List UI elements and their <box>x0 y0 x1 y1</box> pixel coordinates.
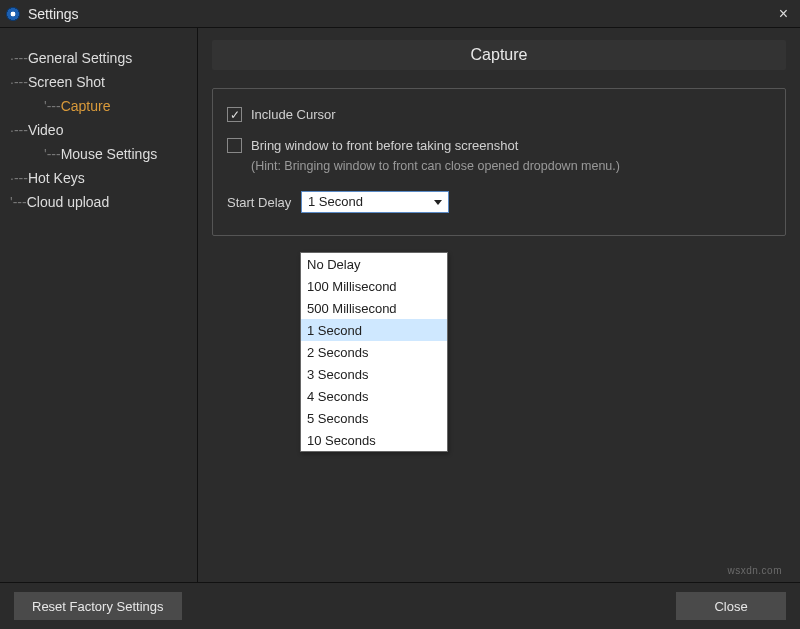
start-delay-option[interactable]: 10 Seconds <box>301 429 447 451</box>
reset-factory-settings-button[interactable]: Reset Factory Settings <box>14 592 182 620</box>
sidebar-item-screen-shot[interactable]: Screen Shot <box>28 74 105 90</box>
start-delay-option[interactable]: 3 Seconds <box>301 363 447 385</box>
start-delay-option[interactable]: 100 Millisecond <box>301 275 447 297</box>
content-panel: Capture Include Cursor Bring window to f… <box>198 28 800 582</box>
start-delay-option[interactable]: 5 Seconds <box>301 407 447 429</box>
sidebar-item-general-settings[interactable]: General Settings <box>28 50 132 66</box>
start-delay-select[interactable]: 1 Second <box>301 191 449 213</box>
titlebar: Settings × <box>0 0 800 28</box>
sidebar-item-cloud-upload[interactable]: Cloud upload <box>27 194 110 210</box>
include-cursor-label: Include Cursor <box>251 107 336 122</box>
bring-to-front-label: Bring window to front before taking scre… <box>251 138 518 153</box>
start-delay-option[interactable]: No Delay <box>301 253 447 275</box>
sidebar-item-capture[interactable]: Capture <box>61 98 111 114</box>
close-button[interactable]: Close <box>676 592 786 620</box>
start-delay-option[interactable]: 500 Millisecond <box>301 297 447 319</box>
bring-to-front-hint: (Hint: Bringing window to front can clos… <box>251 159 771 173</box>
page-title: Capture <box>212 40 786 70</box>
start-delay-option[interactable]: 2 Seconds <box>301 341 447 363</box>
sidebar-item-mouse-settings[interactable]: Mouse Settings <box>61 146 158 162</box>
sidebar: ·---General Settings ·---Screen Shot '--… <box>0 28 198 582</box>
sidebar-item-hot-keys[interactable]: Hot Keys <box>28 170 85 186</box>
settings-tree: ·---General Settings ·---Screen Shot '--… <box>10 46 197 214</box>
start-delay-option[interactable]: 4 Seconds <box>301 385 447 407</box>
sidebar-item-video[interactable]: Video <box>28 122 64 138</box>
include-cursor-checkbox[interactable] <box>227 107 242 122</box>
footer: Reset Factory Settings Close <box>0 582 800 629</box>
app-icon <box>6 7 20 21</box>
capture-options-group: Include Cursor Bring window to front bef… <box>212 88 786 236</box>
watermark: wsxdn.com <box>727 565 782 576</box>
start-delay-dropdown[interactable]: No Delay100 Millisecond500 Millisecond1 … <box>300 252 448 452</box>
window-title: Settings <box>28 6 79 22</box>
start-delay-label: Start Delay <box>227 195 301 210</box>
start-delay-option[interactable]: 1 Second <box>301 319 447 341</box>
bring-to-front-checkbox[interactable] <box>227 138 242 153</box>
main: ·---General Settings ·---Screen Shot '--… <box>0 28 800 582</box>
close-icon[interactable]: × <box>773 5 794 23</box>
